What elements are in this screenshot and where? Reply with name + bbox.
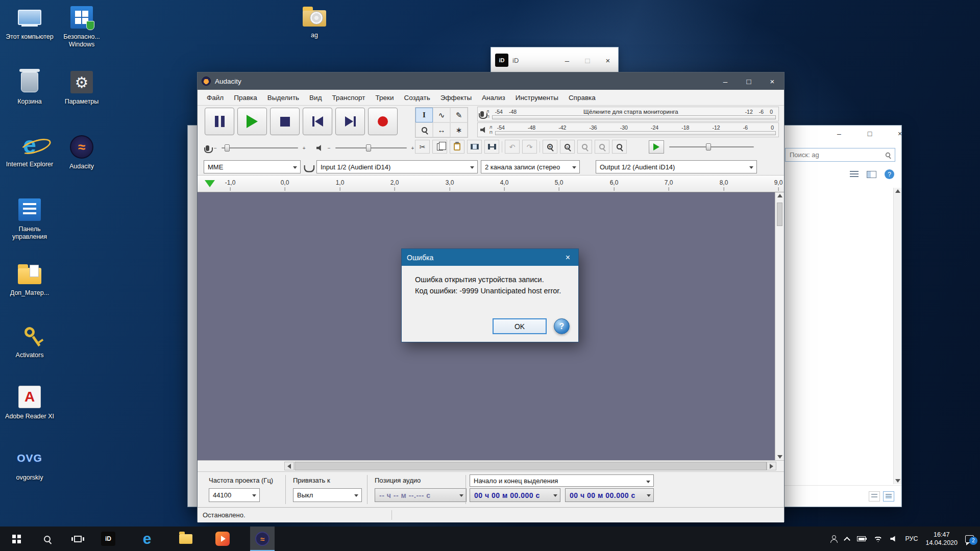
help-icon[interactable]: ?: [885, 169, 894, 179]
dialog-titlebar[interactable]: Ошибка ×: [402, 249, 578, 266]
taskbar-search-button[interactable]: [35, 527, 59, 551]
zoom-tool-button[interactable]: [415, 122, 433, 137]
desktop-icon-adobe-reader[interactable]: A Adobe Reader XI: [5, 384, 54, 420]
menu-transport[interactable]: Транспорт: [327, 91, 371, 104]
desktop-icon-audacity[interactable]: ≈ Audacity: [57, 134, 106, 170]
audacity-titlebar[interactable]: Audacity – □ ×: [198, 72, 784, 90]
skip-to-start-button[interactable]: [303, 108, 332, 135]
close-button[interactable]: ×: [888, 126, 912, 142]
scroll-down-icon[interactable]: [895, 479, 900, 483]
language-indicator[interactable]: РУС: [905, 535, 918, 542]
playback-volume-slider[interactable]: [335, 147, 407, 148]
close-button[interactable]: ×: [761, 72, 784, 90]
playback-meter[interactable]: ЛП -54 -48 -42 -36 -30 -24 -18 -12 -6 0: [477, 122, 779, 137]
show-hidden-icons-button[interactable]: [845, 536, 849, 542]
skip-to-end-button[interactable]: [335, 108, 365, 135]
envelope-tool-button[interactable]: ∿: [433, 108, 450, 122]
maximize-button[interactable]: □: [577, 47, 598, 73]
multi-tool-button[interactable]: ∗: [450, 122, 468, 137]
thumbnails-view-toggle[interactable]: [883, 491, 894, 502]
selection-end-field[interactable]: 00 ч 00 м 00.000 с: [565, 488, 654, 502]
desktop-icon-this-pc[interactable]: Этот компьютер: [5, 4, 54, 41]
playback-device-select[interactable]: Output 1/2 (Audient iD14): [596, 160, 757, 173]
playback-speed-slider[interactable]: [669, 146, 754, 147]
desktop-icon-settings[interactable]: ⚙ Параметры: [57, 69, 106, 106]
fit-project-button[interactable]: [595, 140, 609, 154]
selection-tool-button[interactable]: I: [415, 108, 433, 122]
trim-audio-button[interactable]: [467, 140, 482, 154]
menu-help[interactable]: Справка: [564, 91, 601, 104]
minimize-button[interactable]: –: [827, 126, 851, 142]
slider-thumb[interactable]: [366, 144, 371, 152]
desktop-icon-activators[interactable]: Activators: [5, 322, 54, 359]
redo-button[interactable]: ↷: [522, 140, 537, 154]
play-at-speed-button[interactable]: [649, 140, 664, 154]
slider-thumb[interactable]: [706, 143, 711, 151]
close-button[interactable]: ×: [598, 47, 618, 73]
people-button[interactable]: [830, 535, 837, 543]
preview-pane-icon[interactable]: [867, 171, 876, 178]
menu-tools[interactable]: Инструменты: [510, 91, 564, 104]
scroll-right-button[interactable]: [767, 462, 776, 470]
scroll-left-button[interactable]: [284, 462, 294, 470]
selection-start-field[interactable]: 00 ч 00 м 00.000 с: [470, 488, 560, 502]
minimize-button[interactable]: –: [557, 47, 577, 73]
task-view-button[interactable]: [65, 527, 90, 551]
menu-select[interactable]: Выделить: [262, 91, 304, 104]
desktop-icon-recycle-bin[interactable]: Корзина: [5, 69, 54, 106]
project-rate-select[interactable]: 44100: [209, 488, 260, 502]
taskbar-file-explorer[interactable]: [174, 527, 198, 551]
desktop-icon-windows-security[interactable]: Безопасно... Windows: [57, 4, 106, 48]
horizontal-scrollbar[interactable]: [198, 460, 784, 471]
desktop-icon-dop-mater[interactable]: Доп_Матер...: [5, 260, 54, 297]
menu-tracks[interactable]: Треки: [370, 91, 399, 104]
scrollbar-thumb[interactable]: [295, 462, 767, 470]
timeline-ruler[interactable]: -1,0 0,0 1,0 2,0 3,0 4,0 5,0 6,0 7,0 8,0…: [198, 176, 784, 192]
taskbar-id-app[interactable]: iD: [96, 527, 120, 551]
scroll-down-icon[interactable]: [777, 455, 782, 459]
menu-generate[interactable]: Создать: [399, 91, 435, 104]
play-button[interactable]: [237, 108, 267, 135]
stop-button[interactable]: [270, 108, 300, 135]
taskbar-media-player[interactable]: [210, 527, 235, 551]
maximize-button[interactable]: □: [858, 126, 881, 142]
menu-edit[interactable]: Правка: [229, 91, 262, 104]
clock[interactable]: 16:47 14.04.2020: [925, 531, 958, 547]
menu-analyze[interactable]: Анализ: [477, 91, 510, 104]
scroll-up-icon[interactable]: [895, 189, 900, 193]
audio-host-select[interactable]: MME: [204, 160, 301, 173]
vertical-scrollbar[interactable]: [775, 192, 784, 460]
volume-status[interactable]: [890, 536, 897, 542]
maximize-button[interactable]: □: [737, 72, 761, 90]
paste-button[interactable]: [450, 140, 464, 154]
zoom-out-button[interactable]: −: [560, 140, 575, 154]
snap-to-select[interactable]: Выкл: [293, 488, 362, 502]
timeline-pin-icon[interactable]: [205, 180, 215, 187]
details-view-toggle[interactable]: [869, 491, 880, 502]
desktop-icon-control-panel[interactable]: Панель управления: [5, 196, 54, 241]
fit-selection-button[interactable]: [577, 140, 592, 154]
zoom-toggle-button[interactable]: [612, 140, 627, 154]
start-button[interactable]: [4, 527, 29, 551]
recording-meter[interactable]: ЛП -54 -48 Щёлкните для старта мониторин…: [477, 107, 779, 121]
undo-button[interactable]: ↶: [505, 140, 520, 154]
time-shift-tool-button[interactable]: ↔: [433, 122, 450, 137]
network-status[interactable]: [873, 536, 883, 542]
list-view-icon[interactable]: [850, 171, 859, 178]
help-button[interactable]: ?: [554, 318, 570, 334]
record-button[interactable]: [368, 108, 398, 135]
audio-position-field[interactable]: -- ч -- м --.--- с: [375, 488, 467, 502]
draw-tool-button[interactable]: ✎: [450, 108, 468, 122]
recording-device-select[interactable]: Input 1/2 (Audient iD14): [316, 160, 478, 173]
menu-view[interactable]: Вид: [304, 91, 327, 104]
taskbar-edge[interactable]: e: [135, 527, 159, 551]
scroll-up-icon[interactable]: [777, 194, 782, 197]
taskbar-audacity[interactable]: ≈: [250, 527, 275, 551]
desktop-icon-internet-explorer[interactable]: e Internet Explorer: [5, 132, 54, 168]
menu-file[interactable]: Файл: [202, 91, 229, 104]
desktop-icon-ag[interactable]: ag: [290, 3, 339, 39]
recording-volume-slider[interactable]: [222, 147, 298, 148]
copy-button[interactable]: [432, 140, 447, 154]
recording-channels-select[interactable]: 2 канала записи (стерео: [481, 160, 580, 173]
selection-mode-select[interactable]: Начало и конец выделения: [470, 474, 654, 487]
